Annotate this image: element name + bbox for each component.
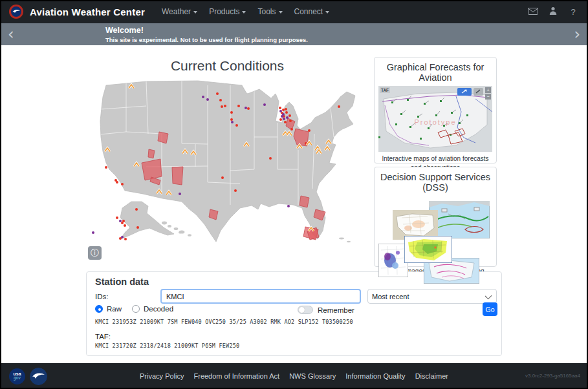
- metar-dot-red: [221, 105, 223, 108]
- station-ids-input[interactable]: [160, 289, 361, 304]
- metar-dot-purple: [206, 98, 209, 101]
- footer-links: Privacy PolicyFreedom of Information Act…: [0, 372, 588, 380]
- station-data-title: Station data: [95, 277, 149, 287]
- metar-dot-red: [121, 222, 124, 224]
- metar-dot-purple: [231, 121, 234, 123]
- metar-text: KMCI 231953Z 21009KT 7SM FEW040 OVC250 3…: [95, 319, 353, 325]
- metar-dot-red: [279, 118, 282, 121]
- metar-dot-red: [290, 128, 293, 131]
- metar-dot-red: [308, 129, 310, 132]
- landmass: [120, 202, 174, 239]
- metar-dot-red: [124, 238, 127, 240]
- island: [174, 227, 179, 230]
- metar-dot-red: [284, 121, 287, 123]
- caret-down-icon: [193, 11, 197, 14]
- metar-dot-purple: [121, 236, 124, 238]
- raw-radio[interactable]: [95, 305, 103, 313]
- metar-dot-red: [221, 176, 224, 179]
- metar-dot-purple: [92, 231, 94, 234]
- footer: usa gov Privacy PolicyFreedom of Informa…: [0, 363, 588, 389]
- metar-dot-red: [279, 107, 281, 109]
- current-conditions-map[interactable]: [85, 72, 369, 261]
- sigmet-polygon: [172, 167, 183, 185]
- mail-icon[interactable]: [527, 7, 539, 17]
- banner-title: Welcome!: [105, 26, 308, 35]
- decoded-radio[interactable]: [132, 305, 140, 313]
- metar-dot-red: [247, 107, 250, 110]
- banner-next-icon[interactable]: ›: [574, 26, 580, 43]
- taf-label: TAF:: [95, 333, 111, 341]
- current-conditions-title: Current Conditions: [86, 58, 369, 74]
- dss-card[interactable]: Decision Support Services (DSS): [374, 167, 497, 267]
- remember-label: Remember: [318, 306, 354, 314]
- footer-link-4[interactable]: Disclaimer: [415, 372, 448, 380]
- station-data-panel: Station data IDs: Most recent Raw Decode…: [86, 271, 502, 356]
- metar-dot-red: [285, 108, 287, 110]
- metar-dot-red: [124, 224, 126, 227]
- island: [347, 241, 351, 242]
- metar-dot-red: [234, 189, 237, 192]
- caret-down-icon: [279, 11, 283, 14]
- metar-dot-purple: [279, 110, 282, 112]
- metar-dot-red: [269, 157, 272, 160]
- banner-prev-icon[interactable]: ‹: [8, 26, 14, 43]
- banner-subtitle: This site is experimental. Not to be use…: [105, 36, 308, 43]
- go-button[interactable]: Go: [483, 302, 497, 316]
- gfa-card-title: Graphical Forecasts for Aviation: [378, 62, 492, 83]
- caret-down-icon: [325, 11, 329, 14]
- metar-dot-red: [136, 226, 139, 229]
- taf-text: KMCI 231720Z 2318/2418 21009KT P6SM FEW2…: [95, 342, 239, 349]
- footer-link-3[interactable]: Information Quality: [345, 372, 405, 380]
- metar-dot-red: [219, 99, 222, 101]
- metar-dot-red: [116, 216, 118, 219]
- footer-link-2[interactable]: NWS Glossary: [289, 372, 336, 380]
- metar-dot-purple: [179, 193, 181, 195]
- top-navbar: Aviation Weather Center WeatherProductsT…: [0, 0, 588, 23]
- svg-text:+: +: [486, 88, 489, 92]
- footer-link-0[interactable]: Privacy Policy: [140, 372, 184, 380]
- metar-dot-red: [135, 208, 138, 211]
- island: [168, 225, 171, 227]
- svg-text:−: −: [486, 94, 489, 99]
- metar-dot-purple: [119, 220, 122, 222]
- nav-item-tools[interactable]: Tools: [257, 7, 282, 16]
- metar-dot-red: [282, 109, 285, 111]
- caret-down-icon: [242, 11, 246, 14]
- welcome-banner: ‹ Welcome! This site is experimental. No…: [0, 23, 588, 45]
- metar-dot-purple: [286, 116, 289, 119]
- format-select[interactable]: Most recent: [367, 289, 497, 304]
- metar-dot-purple: [281, 115, 283, 118]
- remember-toggle[interactable]: [298, 306, 313, 314]
- ids-label: IDs:: [95, 293, 108, 300]
- metar-dot-red: [235, 124, 238, 127]
- noaa-logo-icon[interactable]: [9, 5, 23, 19]
- metar-dot-red: [230, 118, 233, 121]
- user-icon[interactable]: [547, 6, 559, 17]
- nav-item-connect[interactable]: Connect: [294, 7, 330, 16]
- nav-item-products[interactable]: Products: [209, 7, 246, 16]
- version-text: v3.0rc2-293-ga5165aa4: [525, 373, 580, 379]
- sigmet-polygon: [299, 196, 309, 207]
- nav-menu: WeatherProductsToolsConnect: [162, 7, 329, 16]
- map-info-button[interactable]: ⓘ: [88, 246, 102, 260]
- help-icon[interactable]: ?: [567, 7, 579, 17]
- metar-dot-red: [338, 105, 340, 108]
- metar-dot-red: [285, 111, 288, 114]
- nav-item-weather[interactable]: Weather: [162, 7, 197, 16]
- gfa-watermark: Prototype: [414, 118, 456, 126]
- dss-collage: [378, 196, 492, 264]
- dss-card-title: Decision Support Services (DSS): [378, 172, 492, 193]
- footer-link-1[interactable]: Freedom of Information Act: [194, 372, 280, 380]
- island: [179, 232, 181, 234]
- metar-dot-purple: [283, 118, 285, 120]
- island: [188, 234, 191, 237]
- metar-dot-red: [121, 183, 124, 185]
- island: [339, 238, 344, 240]
- metar-dot-red: [105, 166, 107, 169]
- metar-dot-purple: [245, 107, 247, 109]
- raw-radio-label: Raw: [107, 305, 122, 313]
- gfa-card[interactable]: Graphical Forecasts for Aviation Prototy…: [374, 57, 497, 163]
- metar-dot-red: [230, 111, 233, 114]
- metar-dot-purple: [263, 103, 266, 106]
- gfa-thumbnail: Prototype TAF + −: [378, 86, 492, 152]
